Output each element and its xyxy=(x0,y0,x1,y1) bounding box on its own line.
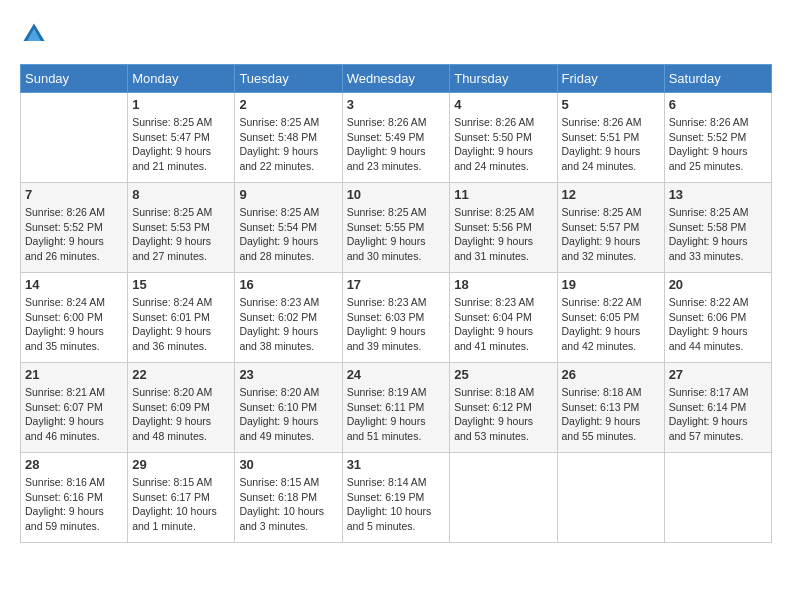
day-cell xyxy=(557,453,664,543)
day-cell: 28Sunrise: 8:16 AMSunset: 6:16 PMDayligh… xyxy=(21,453,128,543)
day-number: 30 xyxy=(239,457,337,472)
week-row-3: 14Sunrise: 8:24 AMSunset: 6:00 PMDayligh… xyxy=(21,273,772,363)
day-cell: 5Sunrise: 8:26 AMSunset: 5:51 PMDaylight… xyxy=(557,93,664,183)
day-info: Sunrise: 8:15 AMSunset: 6:18 PMDaylight:… xyxy=(239,475,337,534)
day-number: 6 xyxy=(669,97,767,112)
day-info: Sunrise: 8:25 AMSunset: 5:48 PMDaylight:… xyxy=(239,115,337,174)
day-number: 8 xyxy=(132,187,230,202)
day-info: Sunrise: 8:23 AMSunset: 6:03 PMDaylight:… xyxy=(347,295,446,354)
day-info: Sunrise: 8:23 AMSunset: 6:04 PMDaylight:… xyxy=(454,295,552,354)
day-number: 27 xyxy=(669,367,767,382)
day-cell: 13Sunrise: 8:25 AMSunset: 5:58 PMDayligh… xyxy=(664,183,771,273)
day-number: 18 xyxy=(454,277,552,292)
day-number: 21 xyxy=(25,367,123,382)
header-thursday: Thursday xyxy=(450,65,557,93)
day-cell: 11Sunrise: 8:25 AMSunset: 5:56 PMDayligh… xyxy=(450,183,557,273)
day-cell xyxy=(21,93,128,183)
day-number: 20 xyxy=(669,277,767,292)
day-cell: 8Sunrise: 8:25 AMSunset: 5:53 PMDaylight… xyxy=(128,183,235,273)
day-cell: 18Sunrise: 8:23 AMSunset: 6:04 PMDayligh… xyxy=(450,273,557,363)
header-saturday: Saturday xyxy=(664,65,771,93)
day-number: 19 xyxy=(562,277,660,292)
day-info: Sunrise: 8:26 AMSunset: 5:52 PMDaylight:… xyxy=(669,115,767,174)
day-info: Sunrise: 8:25 AMSunset: 5:54 PMDaylight:… xyxy=(239,205,337,264)
day-number: 28 xyxy=(25,457,123,472)
day-info: Sunrise: 8:22 AMSunset: 6:05 PMDaylight:… xyxy=(562,295,660,354)
day-number: 16 xyxy=(239,277,337,292)
day-cell: 2Sunrise: 8:25 AMSunset: 5:48 PMDaylight… xyxy=(235,93,342,183)
day-cell: 12Sunrise: 8:25 AMSunset: 5:57 PMDayligh… xyxy=(557,183,664,273)
day-number: 11 xyxy=(454,187,552,202)
day-number: 17 xyxy=(347,277,446,292)
day-cell: 30Sunrise: 8:15 AMSunset: 6:18 PMDayligh… xyxy=(235,453,342,543)
header-friday: Friday xyxy=(557,65,664,93)
day-info: Sunrise: 8:16 AMSunset: 6:16 PMDaylight:… xyxy=(25,475,123,534)
day-number: 5 xyxy=(562,97,660,112)
day-number: 14 xyxy=(25,277,123,292)
day-cell: 25Sunrise: 8:18 AMSunset: 6:12 PMDayligh… xyxy=(450,363,557,453)
day-cell: 26Sunrise: 8:18 AMSunset: 6:13 PMDayligh… xyxy=(557,363,664,453)
day-number: 25 xyxy=(454,367,552,382)
day-cell: 22Sunrise: 8:20 AMSunset: 6:09 PMDayligh… xyxy=(128,363,235,453)
day-cell: 10Sunrise: 8:25 AMSunset: 5:55 PMDayligh… xyxy=(342,183,450,273)
day-number: 10 xyxy=(347,187,446,202)
day-info: Sunrise: 8:26 AMSunset: 5:51 PMDaylight:… xyxy=(562,115,660,174)
day-number: 29 xyxy=(132,457,230,472)
day-number: 15 xyxy=(132,277,230,292)
week-row-2: 7Sunrise: 8:26 AMSunset: 5:52 PMDaylight… xyxy=(21,183,772,273)
calendar-table: SundayMondayTuesdayWednesdayThursdayFrid… xyxy=(20,64,772,543)
day-info: Sunrise: 8:24 AMSunset: 6:01 PMDaylight:… xyxy=(132,295,230,354)
header-wednesday: Wednesday xyxy=(342,65,450,93)
day-cell: 20Sunrise: 8:22 AMSunset: 6:06 PMDayligh… xyxy=(664,273,771,363)
day-info: Sunrise: 8:14 AMSunset: 6:19 PMDaylight:… xyxy=(347,475,446,534)
day-info: Sunrise: 8:26 AMSunset: 5:52 PMDaylight:… xyxy=(25,205,123,264)
day-cell: 17Sunrise: 8:23 AMSunset: 6:03 PMDayligh… xyxy=(342,273,450,363)
day-cell: 15Sunrise: 8:24 AMSunset: 6:01 PMDayligh… xyxy=(128,273,235,363)
day-cell: 21Sunrise: 8:21 AMSunset: 6:07 PMDayligh… xyxy=(21,363,128,453)
day-cell: 23Sunrise: 8:20 AMSunset: 6:10 PMDayligh… xyxy=(235,363,342,453)
day-info: Sunrise: 8:25 AMSunset: 5:56 PMDaylight:… xyxy=(454,205,552,264)
day-number: 2 xyxy=(239,97,337,112)
day-info: Sunrise: 8:18 AMSunset: 6:13 PMDaylight:… xyxy=(562,385,660,444)
week-row-5: 28Sunrise: 8:16 AMSunset: 6:16 PMDayligh… xyxy=(21,453,772,543)
day-number: 31 xyxy=(347,457,446,472)
day-info: Sunrise: 8:26 AMSunset: 5:50 PMDaylight:… xyxy=(454,115,552,174)
day-cell: 16Sunrise: 8:23 AMSunset: 6:02 PMDayligh… xyxy=(235,273,342,363)
week-row-1: 1Sunrise: 8:25 AMSunset: 5:47 PMDaylight… xyxy=(21,93,772,183)
day-info: Sunrise: 8:19 AMSunset: 6:11 PMDaylight:… xyxy=(347,385,446,444)
day-cell: 4Sunrise: 8:26 AMSunset: 5:50 PMDaylight… xyxy=(450,93,557,183)
day-number: 9 xyxy=(239,187,337,202)
day-number: 3 xyxy=(347,97,446,112)
day-cell: 29Sunrise: 8:15 AMSunset: 6:17 PMDayligh… xyxy=(128,453,235,543)
header-tuesday: Tuesday xyxy=(235,65,342,93)
header-monday: Monday xyxy=(128,65,235,93)
day-number: 13 xyxy=(669,187,767,202)
logo xyxy=(20,20,52,48)
day-info: Sunrise: 8:25 AMSunset: 5:57 PMDaylight:… xyxy=(562,205,660,264)
day-cell: 9Sunrise: 8:25 AMSunset: 5:54 PMDaylight… xyxy=(235,183,342,273)
day-cell: 24Sunrise: 8:19 AMSunset: 6:11 PMDayligh… xyxy=(342,363,450,453)
day-number: 22 xyxy=(132,367,230,382)
day-number: 23 xyxy=(239,367,337,382)
day-info: Sunrise: 8:25 AMSunset: 5:47 PMDaylight:… xyxy=(132,115,230,174)
day-info: Sunrise: 8:25 AMSunset: 5:53 PMDaylight:… xyxy=(132,205,230,264)
day-cell: 31Sunrise: 8:14 AMSunset: 6:19 PMDayligh… xyxy=(342,453,450,543)
calendar-header-row: SundayMondayTuesdayWednesdayThursdayFrid… xyxy=(21,65,772,93)
week-row-4: 21Sunrise: 8:21 AMSunset: 6:07 PMDayligh… xyxy=(21,363,772,453)
day-cell: 6Sunrise: 8:26 AMSunset: 5:52 PMDaylight… xyxy=(664,93,771,183)
day-info: Sunrise: 8:24 AMSunset: 6:00 PMDaylight:… xyxy=(25,295,123,354)
day-cell: 27Sunrise: 8:17 AMSunset: 6:14 PMDayligh… xyxy=(664,363,771,453)
day-info: Sunrise: 8:21 AMSunset: 6:07 PMDaylight:… xyxy=(25,385,123,444)
header-sunday: Sunday xyxy=(21,65,128,93)
day-number: 1 xyxy=(132,97,230,112)
page-header xyxy=(20,20,772,48)
day-cell: 1Sunrise: 8:25 AMSunset: 5:47 PMDaylight… xyxy=(128,93,235,183)
day-info: Sunrise: 8:26 AMSunset: 5:49 PMDaylight:… xyxy=(347,115,446,174)
day-number: 12 xyxy=(562,187,660,202)
logo-icon xyxy=(20,20,48,48)
day-info: Sunrise: 8:17 AMSunset: 6:14 PMDaylight:… xyxy=(669,385,767,444)
day-cell: 19Sunrise: 8:22 AMSunset: 6:05 PMDayligh… xyxy=(557,273,664,363)
day-cell: 3Sunrise: 8:26 AMSunset: 5:49 PMDaylight… xyxy=(342,93,450,183)
day-number: 26 xyxy=(562,367,660,382)
day-cell: 7Sunrise: 8:26 AMSunset: 5:52 PMDaylight… xyxy=(21,183,128,273)
